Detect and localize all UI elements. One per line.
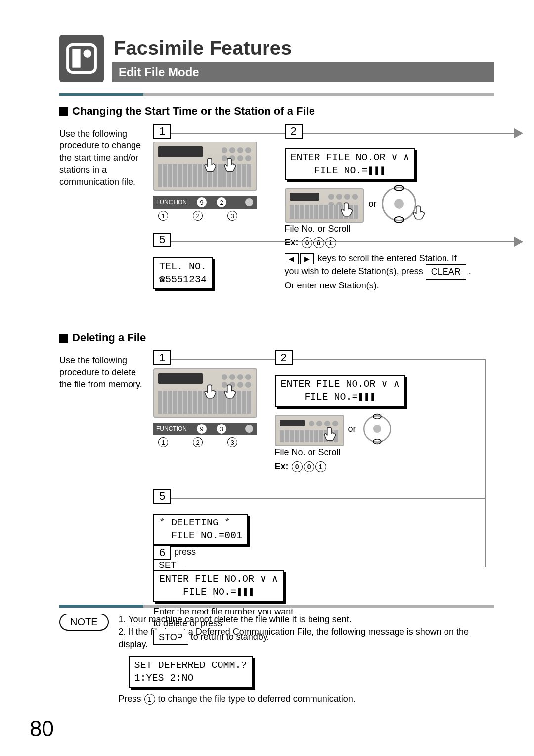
divider-rule <box>59 93 494 96</box>
left-key-icon: ◀ <box>285 253 299 264</box>
svg-point-2 <box>84 50 91 58</box>
note-label: NOTE <box>59 614 109 631</box>
lcd-display: * DELETING * FILE NO.=001 <box>153 514 248 545</box>
function-strip: FUNCTION 9 3 <box>153 423 257 435</box>
page-subtitle: Edit File Mode <box>112 62 494 82</box>
device-illustration <box>153 368 257 418</box>
function-strip: FUNCTION 9 2 <box>153 196 257 209</box>
lcd-display: ENTER FILE NO.OR ∨ ∧ FILE NO.=❚❚❚ <box>153 570 284 602</box>
step-enum: 123 <box>153 437 257 447</box>
section-a-description: Use the following procedure to change th… <box>59 124 143 188</box>
lcd-display: SET DEFERRED COMM.? 1:YES 2:NO <box>129 656 253 688</box>
section-a-heading: Changing the Start Time or the Station o… <box>59 105 494 118</box>
stop-key: STOP <box>153 630 188 645</box>
svg-point-4 <box>245 425 253 433</box>
device-illustration <box>153 142 257 191</box>
section-b-heading: Deleting a File <box>59 331 494 344</box>
step-number: 5 <box>153 233 171 247</box>
dpad-icon <box>363 415 391 443</box>
svg-rect-1 <box>72 49 80 67</box>
example-line: Ex: 001 <box>275 461 408 472</box>
section-logo <box>59 35 104 82</box>
device-illustration <box>275 415 344 446</box>
lcd-display: TEL. NO. ☎5551234 <box>153 257 213 289</box>
step-number: 1 <box>153 350 171 365</box>
section-b-description: Use the following procedure to delete th… <box>59 350 143 390</box>
lcd-display: ENTER FILE NO.OR ∨ ∧ FILE NO.=❚❚❚ <box>285 148 415 180</box>
dpad-icon <box>382 187 416 221</box>
step-number: 1 <box>153 124 171 139</box>
lcd-display: ENTER FILE NO.OR ∨ ∧ FILE NO.=❚❚❚ <box>275 375 405 407</box>
step-number: 2 <box>275 350 293 365</box>
step-number: 2 <box>285 124 303 139</box>
note-item: Press 1 to change the file type to defer… <box>119 693 494 705</box>
page-title: Facsimile Features <box>114 37 494 59</box>
device-illustration <box>285 188 364 223</box>
clear-key: CLEAR <box>426 264 466 279</box>
step-caption: File No. or Scroll <box>275 446 408 458</box>
step-number: 5 <box>153 489 171 504</box>
svg-point-3 <box>245 198 253 206</box>
right-key-icon: ▶ <box>300 253 314 264</box>
step-enum: 123 <box>153 211 267 221</box>
page-number: 80 <box>30 716 54 741</box>
svg-rect-0 <box>68 45 95 72</box>
step-number: 6 <box>153 545 171 560</box>
